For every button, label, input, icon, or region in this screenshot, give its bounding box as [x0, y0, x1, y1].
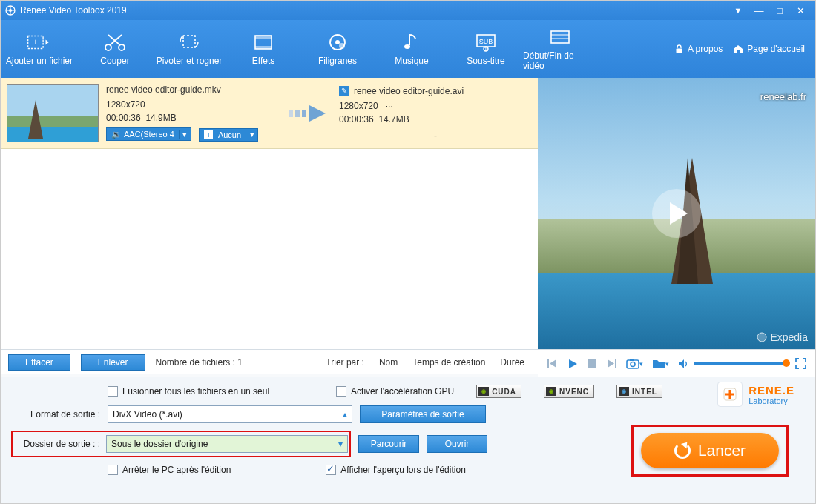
brand-text-2: Laboratory — [748, 397, 794, 405]
rotate-crop-label: Pivoter et rogner — [157, 56, 223, 66]
sort-by-created[interactable]: Temps de création — [412, 357, 485, 368]
play-overlay-button[interactable] — [652, 189, 701, 238]
svg-point-35 — [631, 362, 635, 367]
about-link[interactable]: A propos — [674, 44, 723, 54]
shutdown-label: Arrêter le PC après l'édition — [122, 465, 231, 475]
svg-point-17 — [404, 44, 410, 49]
speaker-icon: 🔉 — [111, 130, 122, 139]
output-params-button[interactable]: Paramètres de sortie — [360, 405, 486, 423]
window-menu-icon[interactable]: ▼ — [728, 6, 748, 15]
sort-by-name[interactable]: Nom — [379, 357, 398, 368]
fullscreen-button[interactable] — [795, 358, 806, 369]
rotate-crop-button[interactable]: Pivoter et rogner — [152, 20, 226, 78]
watermark-top: reneelab.fr — [760, 91, 806, 102]
music-button[interactable]: Musique — [375, 20, 449, 78]
main-toolbar: + Ajouter un fichier Couper Pivoter et r… — [1, 20, 815, 78]
format-dropdown[interactable]: DivX Video (*.avi) ▴ — [108, 405, 352, 423]
volume-slider[interactable] — [694, 362, 786, 365]
add-file-icon: + — [27, 32, 52, 53]
edit-icon[interactable]: ✎ — [339, 86, 349, 96]
chevron-down-icon: ▾ — [338, 439, 343, 449]
add-file-label: Ajouter un fichier — [6, 56, 73, 66]
file-list-pane: renee video editor-guide.mkv 1280x720 00… — [1, 78, 538, 349]
browse-button[interactable]: Parcourir — [358, 435, 419, 453]
chevron-down-icon: ▾ — [179, 130, 191, 139]
show-preview-checkbox[interactable] — [326, 465, 336, 475]
music-label: Musique — [395, 56, 428, 66]
nvenc-chip: ◉NVENC — [544, 385, 594, 398]
svg-rect-32 — [588, 359, 596, 368]
open-button[interactable]: Ouvrir — [427, 435, 487, 453]
subtitle-track-dropdown[interactable]: Aucun ▾ — [199, 128, 258, 142]
minimize-button[interactable]: — — [748, 5, 769, 16]
brand-icon — [717, 382, 743, 407]
add-file-button[interactable]: + Ajouter un fichier — [1, 20, 78, 78]
cut-button[interactable]: Couper — [78, 20, 152, 78]
crop-icon — [177, 32, 202, 53]
clear-button[interactable]: Effacer — [8, 354, 70, 371]
start-end-label: Début/Fin de vidéo — [523, 50, 597, 71]
gpu-checkbox[interactable] — [336, 386, 346, 397]
close-button[interactable]: ✕ — [790, 5, 811, 16]
svg-rect-25 — [676, 48, 682, 53]
remove-button[interactable]: Enlever — [81, 354, 145, 371]
svg-point-16 — [339, 43, 345, 49]
next-button[interactable] — [606, 358, 617, 369]
watermark-bottom: Expedia — [757, 331, 808, 343]
start-end-button[interactable]: Début/Fin de vidéo — [523, 20, 597, 78]
volume-icon[interactable] — [678, 359, 689, 369]
brand-text-1: RENE.E — [748, 384, 794, 397]
show-preview-label: Afficher l'aperçu lors de l'édition — [340, 465, 465, 475]
play-icon — [670, 202, 688, 225]
scissors-icon — [102, 32, 128, 53]
source-size: 14.9MB — [145, 113, 176, 123]
chevron-up-icon: ▴ — [343, 409, 347, 420]
stop-button[interactable] — [588, 359, 597, 368]
snapshot-button[interactable]: ▾ — [626, 358, 643, 369]
sort-by-duration[interactable]: Durée — [500, 357, 524, 368]
launch-button[interactable]: Lancer — [641, 433, 779, 468]
svg-point-15 — [335, 40, 340, 44]
intel-chip: ◉INTEL — [616, 385, 662, 398]
convert-arrow-icon — [284, 102, 332, 125]
video-preview[interactable]: reneelab.fr Expedia — [538, 78, 815, 349]
preview-pane: reneelab.fr Expedia — [538, 78, 815, 349]
subtitle-button[interactable]: SUBT Sous-titre — [449, 20, 523, 78]
svg-rect-12 — [255, 36, 272, 39]
chevron-down-icon: ▾ — [246, 130, 257, 139]
folder-dropdown[interactable]: Sous le dossier d'origine ▾ — [106, 435, 348, 453]
file-count: Nombre de fichiers : 1 — [156, 357, 243, 368]
watermark-icon — [325, 32, 350, 53]
filmstrip-icon — [251, 32, 276, 53]
svg-rect-28 — [302, 110, 306, 117]
svg-text:+: + — [33, 36, 39, 47]
watermarks-button[interactable]: Filigranes — [300, 20, 375, 78]
source-dimensions: 1280x720 — [106, 99, 277, 110]
cuda-chip: ◉CUDA — [476, 385, 521, 398]
svg-line-8 — [110, 35, 122, 45]
svg-rect-33 — [615, 359, 616, 368]
audio-track-label: AAC(Stereo 4 — [124, 130, 174, 139]
prev-button[interactable] — [547, 358, 558, 369]
svg-line-9 — [108, 35, 120, 45]
merge-checkbox[interactable] — [108, 386, 118, 397]
home-link[interactable]: Page d'accueil — [733, 44, 805, 54]
audio-track-dropdown[interactable]: 🔉AAC(Stereo 4 ▾ — [106, 127, 191, 141]
launch-label: Lancer — [698, 442, 746, 460]
source-filename: renee video editor-guide.mkv — [106, 84, 277, 95]
home-icon — [733, 44, 743, 54]
play-button[interactable] — [567, 358, 579, 370]
open-folder-button[interactable]: ▾ — [652, 359, 669, 369]
dest-dimensions: 1280x720 — [339, 101, 378, 111]
launch-highlight: Lancer — [631, 425, 789, 477]
shutdown-checkbox[interactable] — [108, 465, 118, 475]
maximize-button[interactable]: □ — [769, 5, 790, 16]
dest-size: 14.7MB — [378, 114, 409, 125]
svg-rect-10 — [183, 36, 195, 47]
home-label: Page d'accueil — [747, 44, 805, 54]
file-row[interactable]: renee video editor-guide.mkv 1280x720 00… — [1, 78, 538, 149]
lock-icon — [674, 44, 684, 54]
effects-button[interactable]: Effets — [226, 20, 300, 78]
svg-text:T: T — [484, 47, 488, 52]
cut-label: Couper — [100, 56, 129, 66]
